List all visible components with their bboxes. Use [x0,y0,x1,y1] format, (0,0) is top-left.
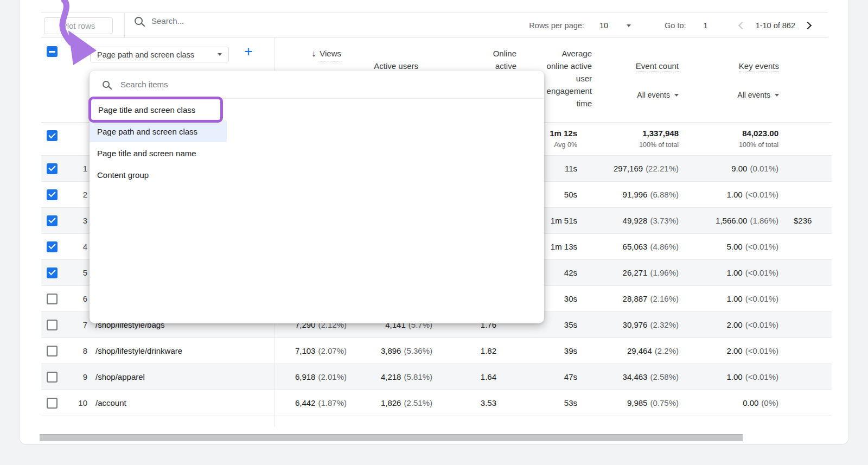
event-count-pct: (2.2%) [655,346,679,355]
event-count-value: 297,169 [614,164,643,173]
toolbar-bottom-divider [41,37,828,38]
avg-engagement-value: 30s [564,294,577,303]
row-number: 4 [68,234,87,259]
avg-engagement-value: 47s [564,372,577,381]
row-checkbox[interactable] [47,189,58,200]
key-events-value: 1.00 [727,294,743,303]
event-count-value: 49,928 [623,216,648,225]
views-cell: 6,918(2.01%) [275,364,347,390]
row-checkbox[interactable] [47,398,58,409]
dropdown-item[interactable]: Page path and screen class [90,120,227,142]
table-row: 9 /shop/apparel 6,918(2.01%) 4,218(5.81%… [41,364,832,390]
active-users-cell: 1,826(2.51%) [347,390,432,416]
online-active-value: 1.64 [481,372,496,381]
event-count-cell: 28,887(2.16%) [577,286,679,311]
online-active-value: 1.82 [481,346,496,355]
row-number: 8 [68,338,87,364]
row-checkbox[interactable] [47,372,58,383]
key-events-pct: (<0.01%) [745,242,778,251]
pagination-bar: Rows per page: 10 Go to: 1 1-10 of 862 [529,18,810,33]
event-count-value: 29,464 [627,346,652,355]
column-header-views[interactable]: ↓ Views [311,47,341,61]
event-count-pct: (6.88%) [650,190,679,199]
revenue-cell [778,156,832,181]
dropdown-search[interactable] [103,80,337,89]
dropdown-item[interactable]: Page title and screen class [91,99,221,120]
avg-engagement-value: 42s [564,268,577,277]
annotation-arrow-icon [48,0,113,72]
avg-engagement-cell: 39s [496,338,577,364]
table-search[interactable] [135,16,292,26]
rows-per-page-caret-icon[interactable] [627,24,631,27]
column-header-avg-engagement[interactable]: Average online active user engagement ti… [547,47,592,110]
dropdown-item[interactable]: Page title and screen name [90,142,227,164]
row-number: 3 [68,208,87,233]
key-events-value: 9.00 [731,164,747,173]
row-checkbox[interactable] [47,346,58,356]
avg-engagement-value: 50s [564,190,577,199]
horizontal-scrollbar[interactable] [40,434,743,441]
key-events-pct: (<0.01%) [745,372,778,381]
table-row: 10 /account 6,442(1.87%) 1,826(2.51%) 3.… [41,390,832,416]
revenue-cell: $236 [778,208,832,233]
row-number: 10 [68,390,87,416]
row-number: 7 [68,312,87,337]
rows-per-page-value[interactable]: 10 [599,21,608,30]
rows-per-page-label: Rows per page: [529,21,584,30]
top-divider [41,12,828,13]
go-to-value[interactable]: 1 [704,21,708,30]
key-events-cell: 1,566.00(1.86%) [679,208,778,233]
key-events-filter[interactable]: All events [737,89,779,101]
search-input[interactable] [151,16,292,26]
revenue-cell [778,364,832,390]
row-number: 9 [68,364,87,390]
previous-page-icon[interactable] [738,22,746,29]
dropdown-search-input[interactable] [120,80,337,89]
key-events-pct: (<0.01%) [745,268,778,277]
add-dimension-button[interactable]: + [244,44,253,59]
key-events-pct: (1.86%) [750,216,778,225]
row-checkbox[interactable] [47,267,58,278]
key-events-cell: 2.00(<0.01%) [679,338,778,364]
views-value: 6,918 [295,372,316,381]
views-pct: (2.01%) [318,372,347,381]
column-header-online-active[interactable]: Online active [493,47,516,72]
revenue-cell [778,182,832,207]
event-count-pct: (0.75%) [650,398,679,407]
pagination-range: 1-10 of 862 [756,21,795,30]
event-count-value: 34,463 [623,372,648,381]
event-count-value: 30,976 [623,320,648,329]
column-header-event-count[interactable]: Event count All events [636,47,679,114]
event-count-cell: 91,996(6.88%) [577,182,679,207]
active-users-value: 4,218 [381,372,401,381]
online-active-cell: 1.82 [432,338,496,364]
event-count-filter[interactable]: All events [636,89,679,101]
key-events-pct: (0.01%) [750,164,778,173]
key-events-cell: 1.00(<0.01%) [679,364,778,390]
row-checkbox[interactable] [47,241,58,252]
column-header-key-events[interactable]: Key events All events [737,47,779,114]
event-count-pct: (22.21%) [646,164,679,173]
revenue-cell [778,338,832,364]
row-checkbox[interactable] [47,294,58,304]
key-events-pct: (<0.01%) [745,320,778,329]
row-number: 1 [68,156,87,181]
dropdown-item[interactable]: Content group [90,164,227,186]
column-header-active-users[interactable]: Active users [374,47,418,72]
row-checkbox[interactable] [47,320,58,330]
avg-engagement-value: 35s [564,320,577,329]
next-page-icon[interactable] [804,22,812,29]
active-users-pct: (2.51%) [404,398,432,407]
row-checkbox[interactable] [47,215,58,226]
chevron-down-icon [674,94,679,97]
dropdown-item-list: Page title and screen classPage path and… [90,99,231,186]
key-events-cell: 1.00(<0.01%) [679,286,778,311]
row-number: 6 [68,286,87,311]
totals-event-count: 1,337,948 100% of total [577,122,679,155]
sort-descending-icon: ↓ [311,47,316,60]
avg-engagement-value: 11s [565,164,577,173]
totals-checkbox[interactable] [47,130,58,141]
row-checkbox[interactable] [47,163,58,174]
event-count-pct: (2.32%) [650,320,679,329]
online-active-cell: 3.53 [432,390,496,416]
